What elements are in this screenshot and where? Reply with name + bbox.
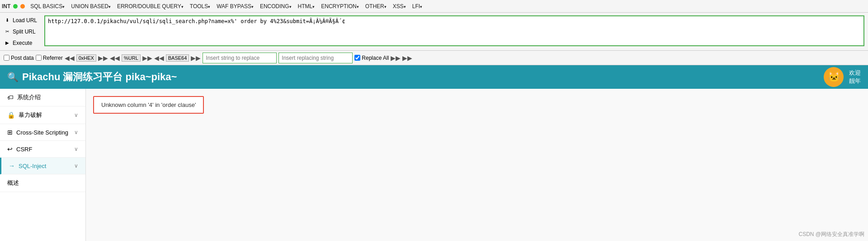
nav-lfi[interactable]: LFI▾ — [410, 2, 425, 10]
nav-encryption[interactable]: ENCRYPTION▾ — [318, 2, 361, 10]
int-label: INT — [2, 3, 10, 10]
chevron-down-icon: ∨ — [74, 112, 78, 118]
execute-icon: ▶ — [4, 39, 11, 47]
arrow-right-hex: ▶▶ — [98, 54, 108, 62]
nav-html[interactable]: HTML▾ — [295, 2, 318, 10]
replace-all-option: Replace All — [354, 55, 389, 61]
sidebar-item-inner-bruteforce: 🔒 暴力破解 — [7, 111, 42, 119]
replace-all-label: Replace All — [362, 55, 389, 61]
avatar: 🐱 — [824, 67, 844, 87]
sidebar-item-csrf[interactable]: ↩ CSRF ∨ — [0, 141, 85, 158]
tag-icon: 🏷 — [7, 94, 14, 101]
replace-all-checkbox[interactable] — [354, 55, 360, 61]
header-user: 欢迎 靓年 — [849, 69, 861, 85]
nav-menu: SQL BASICS▾ UNION BASED▾ ERROR/DOUBLE QU… — [28, 2, 425, 10]
url-input-container: http://127.0.0.1/pikachu/vul/sqli/sqli_s… — [42, 14, 866, 49]
sidebar-item-overview[interactable]: 概述 — [0, 174, 85, 192]
nav-xss[interactable]: XSS▾ — [390, 2, 409, 10]
url-section: ⬇ Load URL ✂ Split URL ▶ Execute http://… — [0, 13, 868, 51]
load-url-icon: ⬇ — [4, 17, 11, 24]
nav-union-based[interactable]: UNION BASED▾ — [68, 2, 113, 10]
chevron-down-icon-sql: ∨ — [74, 163, 78, 169]
execute-button[interactable]: ▶ Execute — [2, 39, 42, 47]
load-url-label: Load URL — [13, 17, 37, 24]
sidebar-item-inner-overview: 概述 — [7, 179, 19, 187]
search-icon: 🔍 — [7, 72, 19, 82]
top-toolbar: INT SQL BASICS▾ UNION BASED▾ ERROR/DOUBL… — [0, 0, 868, 13]
post-data-label: Post data — [11, 55, 34, 61]
page-body: Unknown column '4' in 'order clause' — [86, 89, 868, 241]
referrer-option: Referrer — [36, 55, 63, 61]
sidebar-item-sqlinject[interactable]: → SQL-Inject ∨ — [0, 158, 85, 174]
url-input[interactable]: http://127.0.0.1/pikachu/vul/sqli/sqli_s… — [44, 15, 864, 46]
sidebar-item-inner-xss: ⊞ Cross-Site Scripting — [7, 129, 68, 136]
watermark: CSDN @网络安全真准学啊 — [798, 231, 864, 238]
base64-button[interactable]: BASE64 — [166, 54, 189, 62]
insert-string-input[interactable] — [203, 53, 277, 63]
post-data-option: Post data — [4, 55, 34, 61]
header-title: 🔍 Pikachu 漏洞练习平台 pika~pika~ — [7, 70, 177, 84]
insert-replacing-input[interactable] — [278, 53, 353, 63]
error-message: Unknown column '4' in 'order clause' — [101, 101, 196, 108]
options-bar: Post data Referrer ◀◀ 0xHEX ▶▶ ◀◀ %URL ▶… — [0, 51, 868, 65]
orange-dot — [20, 4, 25, 9]
green-dot — [13, 4, 18, 9]
split-url-button[interactable]: ✂ Split URL — [2, 28, 42, 36]
referrer-checkbox[interactable] — [36, 55, 42, 61]
sidebar-intro-label: 系统介绍 — [17, 93, 41, 101]
arrow-double-1: ▶▶ — [391, 54, 401, 62]
csrf-icon: ↩ — [7, 145, 13, 153]
chevron-down-icon-xss: ∨ — [74, 129, 78, 135]
welcome-text: 欢迎 — [849, 69, 861, 77]
split-url-label: Split URL — [13, 29, 36, 35]
lock-icon: 🔒 — [7, 111, 15, 119]
nav-waf-bypass[interactable]: WAF BYPASS▾ — [214, 2, 256, 10]
sidebar: 🏷 系统介绍 🔒 暴力破解 ∨ ⊞ Cross-Site Scripting ∨… — [0, 89, 86, 241]
sidebar-item-inner-csrf: ↩ CSRF — [7, 145, 32, 153]
load-url-button[interactable]: ⬇ Load URL — [2, 16, 42, 24]
header-title-text: Pikachu 漏洞练习平台 pika~pika~ — [22, 70, 177, 84]
error-box: Unknown column '4' in 'order clause' — [93, 96, 204, 114]
hex-button[interactable]: 0xHEX — [76, 54, 96, 62]
execute-label: Execute — [13, 40, 32, 46]
sidebar-item-inner-intro: 🏷 系统介绍 — [7, 93, 41, 101]
sidebar-overview-label: 概述 — [7, 179, 19, 187]
arrow-left-hex: ◀◀ — [65, 54, 75, 62]
post-data-checkbox[interactable] — [4, 55, 9, 61]
nav-other[interactable]: OTHER▾ — [363, 2, 389, 10]
chevron-down-icon-csrf: ∨ — [74, 146, 78, 152]
arrow-double-2: ▶▶ — [402, 54, 412, 62]
arrow-right-base64: ▶▶ — [191, 54, 201, 62]
arrow-right-url: ▶▶ — [142, 54, 152, 62]
main-content: 🏷 系统介绍 🔒 暴力破解 ∨ ⊞ Cross-Site Scripting ∨… — [0, 89, 868, 241]
xss-icon: ⊞ — [7, 129, 13, 136]
sidebar-item-inner-sql: → SQL-Inject — [9, 162, 46, 169]
sidebar-bruteforce-label: 暴力破解 — [19, 111, 42, 119]
url-encode-button[interactable]: %URL — [122, 54, 141, 62]
sidebar-csrf-label: CSRF — [16, 146, 32, 153]
sidebar-sql-label: SQL-Inject — [19, 163, 46, 169]
arrow-left-base64: ◀◀ — [154, 54, 164, 62]
sidebar-xss-label: Cross-Site Scripting — [16, 129, 68, 136]
sidebar-item-intro[interactable]: 🏷 系统介绍 — [0, 89, 85, 106]
username: 靓年 — [849, 77, 861, 85]
page-header: 🔍 Pikachu 漏洞练习平台 pika~pika~ 🐱 欢迎 靓年 — [0, 65, 868, 89]
sql-icon: → — [9, 162, 15, 169]
url-actions: ⬇ Load URL ✂ Split URL ▶ Execute — [2, 14, 42, 49]
watermark-text: CSDN @网络安全真准学啊 — [798, 231, 864, 237]
referrer-label: Referrer — [43, 55, 63, 61]
nav-tools[interactable]: TOOLS▾ — [187, 2, 213, 10]
nav-encoding[interactable]: ENCODING▾ — [257, 2, 294, 10]
sidebar-item-bruteforce[interactable]: 🔒 暴力破解 ∨ — [0, 106, 85, 124]
header-right: 🐱 欢迎 靓年 — [824, 67, 861, 87]
nav-sql-basics[interactable]: SQL BASICS▾ — [28, 2, 67, 10]
split-url-icon: ✂ — [4, 28, 11, 35]
arrow-left-url: ◀◀ — [110, 54, 120, 62]
sidebar-item-xss[interactable]: ⊞ Cross-Site Scripting ∨ — [0, 124, 85, 141]
nav-error-double[interactable]: ERROR/DOUBLE QUERY▾ — [114, 2, 186, 10]
